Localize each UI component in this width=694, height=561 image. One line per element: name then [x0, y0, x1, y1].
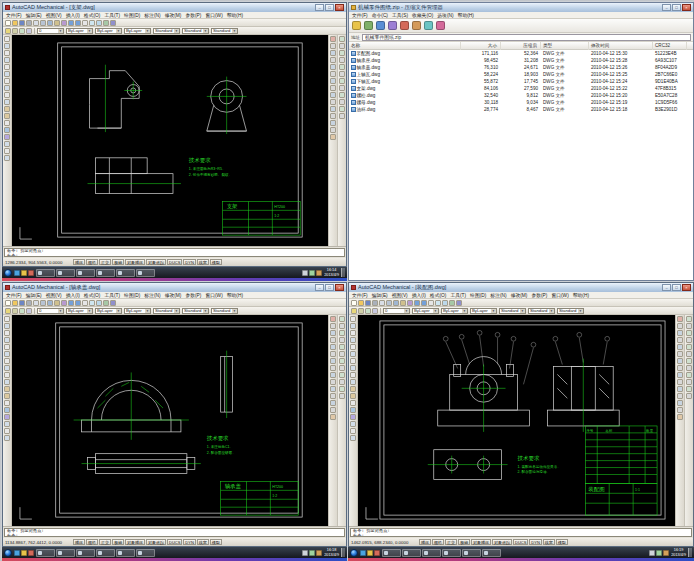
command-prompt-line[interactable]: 命令:: [353, 534, 689, 537]
table-icon[interactable]: [4, 428, 10, 434]
wizard-icon[interactable]: [424, 21, 433, 30]
dim-tolerance-icon[interactable]: [339, 106, 345, 112]
explode-icon[interactable]: [330, 134, 336, 140]
stretch-icon[interactable]: [330, 372, 336, 378]
plot-preview-icon[interactable]: [379, 300, 385, 306]
file-explorer-icon[interactable]: [21, 550, 27, 556]
layer-combo[interactable]: 0: [37, 308, 64, 314]
dim-arc-length-icon[interactable]: [339, 330, 345, 336]
dim-continue-icon[interactable]: [686, 372, 692, 378]
insert-block-icon[interactable]: [4, 106, 10, 112]
dim-angular-icon[interactable]: [339, 358, 345, 364]
scale-icon[interactable]: [677, 365, 683, 371]
layer-combo[interactable]: 0: [383, 308, 410, 314]
dim-radius-icon[interactable]: [339, 344, 345, 350]
fillet-icon[interactable]: [330, 407, 336, 413]
redo-icon[interactable]: [421, 300, 427, 306]
dim-linear-icon[interactable]: [686, 316, 692, 322]
match-properties-icon[interactable]: [61, 20, 67, 26]
point-icon[interactable]: [350, 400, 356, 406]
file-row[interactable]: 轴承座.dwg98,45231,208DWG 文件2010-04-12 15:2…: [349, 57, 693, 64]
taskbar-clock[interactable]: 16:14 2013/4/9: [324, 268, 339, 276]
hatch-icon[interactable]: [4, 407, 10, 413]
taskbar-window-button[interactable]: [402, 549, 421, 557]
status-toggle[interactable]: 正交: [99, 539, 111, 545]
menu-item[interactable]: 选项(N): [437, 12, 453, 19]
taskbar-window-button[interactable]: [136, 269, 155, 277]
rectangle-icon[interactable]: [4, 64, 10, 70]
delete-icon[interactable]: [400, 21, 409, 30]
file-row[interactable]: 下轴瓦.dwg55,87217,745DWG 文件2010-04-12 15:2…: [349, 78, 693, 85]
trim-icon[interactable]: [330, 379, 336, 385]
dim-center-mark-icon[interactable]: [339, 113, 345, 119]
column-header[interactable]: 修改时间: [589, 42, 653, 50]
mirror-icon[interactable]: [330, 330, 336, 336]
dim-aligned-icon[interactable]: [339, 323, 345, 329]
layer-states-icon[interactable]: [12, 308, 18, 314]
revision-cloud-icon[interactable]: [350, 365, 356, 371]
circle-icon[interactable]: [350, 358, 356, 364]
status-toggle[interactable]: 栅格: [86, 259, 98, 265]
dim-center-mark-icon[interactable]: [339, 393, 345, 399]
arc-icon[interactable]: [350, 351, 356, 357]
file-explorer-icon[interactable]: [21, 270, 27, 276]
antivirus-icon[interactable]: [316, 270, 322, 276]
menu-item[interactable]: 插入(I): [66, 12, 80, 19]
move-icon[interactable]: [677, 351, 683, 357]
status-toggle[interactable]: 捕捉: [73, 539, 85, 545]
text-style-combo[interactable]: Standard: [153, 308, 180, 314]
ellipse-icon[interactable]: [4, 99, 10, 105]
start-button[interactable]: [4, 549, 12, 557]
array-icon[interactable]: [330, 64, 336, 70]
taskbar-window-button[interactable]: [96, 269, 115, 277]
internet-explorer-icon[interactable]: [14, 270, 20, 276]
dim-angular-icon[interactable]: [686, 358, 692, 364]
plot-icon[interactable]: [372, 300, 378, 306]
menu-item[interactable]: 格式(O): [84, 292, 101, 299]
taskbar-window-button[interactable]: [462, 549, 481, 557]
match-properties-icon[interactable]: [61, 300, 67, 306]
menu-item[interactable]: 帮助(H): [227, 292, 243, 299]
rectangle-icon[interactable]: [4, 344, 10, 350]
pan-icon[interactable]: [428, 300, 434, 306]
plot-icon[interactable]: [26, 300, 32, 306]
copy-icon[interactable]: [393, 300, 399, 306]
construction-line-icon[interactable]: [4, 323, 10, 329]
extract-icon[interactable]: [364, 21, 373, 30]
minimize-button[interactable]: –: [315, 284, 324, 291]
close-button[interactable]: ×: [335, 4, 344, 11]
test-archive-icon[interactable]: [376, 21, 385, 30]
zoom-window-icon[interactable]: [96, 20, 102, 26]
circle-icon[interactable]: [4, 78, 10, 84]
menu-item[interactable]: 标注(N): [144, 12, 160, 19]
zoom-window-icon[interactable]: [442, 300, 448, 306]
plot-preview-icon[interactable]: [33, 20, 39, 26]
open-icon[interactable]: [358, 300, 364, 306]
polygon-icon[interactable]: [350, 337, 356, 343]
status-toggle[interactable]: 模型: [556, 539, 568, 545]
layer-states-icon[interactable]: [12, 28, 18, 34]
hatch-icon[interactable]: [4, 127, 10, 133]
gradient-icon[interactable]: [4, 414, 10, 420]
menu-item[interactable]: 窗口(W): [551, 292, 568, 299]
break-icon[interactable]: [330, 393, 336, 399]
layer-previous-icon[interactable]: [26, 28, 32, 34]
menu-item[interactable]: 命令(C): [372, 12, 388, 19]
copy-object-icon[interactable]: [677, 323, 683, 329]
offset-icon[interactable]: [677, 337, 683, 343]
maximize-button[interactable]: □: [672, 284, 681, 291]
taskbar-window-button[interactable]: [116, 269, 135, 277]
volume-icon[interactable]: [302, 550, 308, 556]
status-toggle[interactable]: 极轴: [112, 539, 124, 545]
properties-icon[interactable]: [103, 300, 109, 306]
scale-icon[interactable]: [330, 365, 336, 371]
maximize-button[interactable]: □: [672, 4, 681, 11]
extend-icon[interactable]: [330, 106, 336, 112]
new-icon[interactable]: [5, 300, 11, 306]
dim-center-mark-icon[interactable]: [686, 393, 692, 399]
close-button[interactable]: ×: [335, 284, 344, 291]
rotate-icon[interactable]: [330, 358, 336, 364]
menu-item[interactable]: 格式(O): [430, 292, 447, 299]
dim-baseline-icon[interactable]: [339, 85, 345, 91]
column-header[interactable]: 大小: [461, 42, 501, 50]
